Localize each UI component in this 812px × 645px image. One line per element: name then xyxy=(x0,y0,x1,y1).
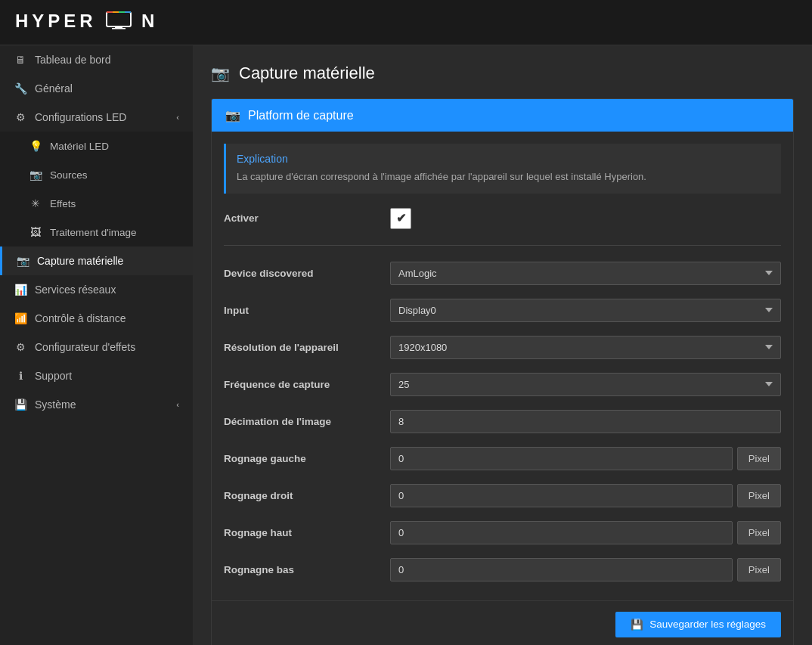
input-select[interactable]: Display0 xyxy=(390,299,781,322)
gear-icon: ⚙ xyxy=(14,111,27,123)
svg-rect-0 xyxy=(107,12,131,26)
sidebar-item-label: Tableau de bord xyxy=(35,54,110,66)
sidebar: 🖥 Tableau de bord 🔧 Général ⚙ Configurat… xyxy=(0,45,193,645)
page-title-icon: 📷 xyxy=(211,64,230,82)
logo-monitor-icon xyxy=(106,11,132,34)
crop-right-input[interactable] xyxy=(390,484,733,507)
sidebar-item-label: Traitement d'image xyxy=(50,227,137,238)
sidebar-item-led-hardware[interactable]: 💡 Matériel LED xyxy=(0,132,193,160)
bulb-icon: 💡 xyxy=(29,140,42,152)
label-activer: Activer xyxy=(224,212,390,224)
config-icon: ⚙ xyxy=(14,341,27,353)
chevron-icon: ‹ xyxy=(176,113,179,122)
explanation-title: Explication xyxy=(237,153,770,165)
sidebar-item-label: Sources xyxy=(50,169,88,181)
wifi-icon: 📶 xyxy=(14,312,27,324)
svg-rect-2 xyxy=(112,28,126,29)
form-section: Activer ✔ Device discovered AmLogic Inpu… xyxy=(212,194,793,600)
capture-card: 📷 Platform de capture Explication La cap… xyxy=(211,98,794,645)
device-discovered-select[interactable]: AmLogic xyxy=(390,262,781,285)
sparkle-icon: ✳ xyxy=(29,197,42,209)
sidebar-item-label: Configurations LED xyxy=(35,111,126,123)
crop-left-input[interactable] xyxy=(390,447,733,470)
crop-bottom-unit: Pixel xyxy=(737,558,781,581)
save-icon: 💾 xyxy=(631,619,643,631)
card-header: 📷 Platform de capture xyxy=(212,99,793,132)
form-row-crop-top: Rognage haut Pixel xyxy=(224,514,781,551)
crop-left-unit: Pixel xyxy=(737,447,781,470)
info-icon: ℹ xyxy=(14,370,27,382)
system-chevron-icon: ‹ xyxy=(176,400,179,409)
resolution-select[interactable]: 1920x1080 xyxy=(390,336,781,359)
sidebar-item-label: Matériel LED xyxy=(50,141,109,152)
sidebar-item-label: Effets xyxy=(50,198,76,209)
image-icon: 🖼 xyxy=(29,226,42,238)
card-header-title: Platform de capture xyxy=(248,109,354,122)
form-row-crop-left: Rognage gauche Pixel xyxy=(224,440,781,477)
sidebar-item-network-services[interactable]: 📊 Services réseaux xyxy=(0,275,193,304)
sidebar-item-label: Contrôle à distance xyxy=(35,312,126,324)
sidebar-item-effects[interactable]: ✳ Effets xyxy=(0,189,193,218)
save-label: Sauvegarder les réglages xyxy=(649,619,766,630)
label-decimation: Décimation de l'image xyxy=(224,416,390,427)
sidebar-item-effects-configurator[interactable]: ⚙ Configurateur d'effets xyxy=(0,333,193,361)
sidebar-item-system[interactable]: 💾 Système ‹ xyxy=(0,390,193,419)
capture-icon: 📷 xyxy=(16,255,29,267)
crop-right-group: Pixel xyxy=(390,484,781,507)
form-row-crop-right: Rognage droit Pixel xyxy=(224,477,781,514)
sidebar-item-image-processing[interactable]: 🖼 Traitement d'image xyxy=(0,218,193,247)
card-footer: 💾 Sauvegarder les réglages xyxy=(212,600,793,646)
label-crop-bottom: Rognagne bas xyxy=(224,564,390,575)
label-input: Input xyxy=(224,305,390,316)
system-icon: 💾 xyxy=(14,398,27,411)
label-crop-top: Rognage haut xyxy=(224,527,390,538)
label-crop-left: Rognage gauche xyxy=(224,453,390,464)
sidebar-item-dashboard[interactable]: 🖥 Tableau de bord xyxy=(0,45,193,74)
form-row-crop-bottom: Rognagne bas Pixel xyxy=(224,551,781,588)
sidebar-submenu-led: 💡 Matériel LED 📷 Sources ✳ Effets 🖼 Trai… xyxy=(0,132,193,247)
sidebar-item-label: Services réseaux xyxy=(35,284,116,296)
card-header-icon: 📷 xyxy=(225,108,240,122)
form-row-freq: Fréquence de capture 25 xyxy=(224,366,781,403)
checkmark-icon: ✔ xyxy=(396,211,406,225)
layout: 🖥 Tableau de bord 🔧 Général ⚙ Configurat… xyxy=(0,45,812,645)
sidebar-item-led-configs[interactable]: ⚙ Configurations LED ‹ xyxy=(0,103,193,132)
dashboard-icon: 🖥 xyxy=(14,54,27,66)
label-device: Device discovered xyxy=(224,268,390,279)
form-row-activer: Activer ✔ xyxy=(224,201,781,236)
sidebar-item-label: Capture matérielle xyxy=(37,255,123,267)
sidebar-item-remote-control[interactable]: 📶 Contrôle à distance xyxy=(0,304,193,333)
label-resolution: Résolution de l'appareil xyxy=(224,342,390,353)
sidebar-item-sources[interactable]: 📷 Sources xyxy=(0,160,193,189)
divider xyxy=(224,245,781,246)
sidebar-item-hardware-capture[interactable]: 📷 Capture matérielle xyxy=(0,247,193,275)
sidebar-item-support[interactable]: ℹ Support xyxy=(0,361,193,390)
camera-icon: 📷 xyxy=(29,169,42,181)
logo: HYPER N xyxy=(15,11,158,34)
sidebar-item-label: Général xyxy=(35,82,73,95)
svg-rect-1 xyxy=(115,26,122,28)
sidebar-item-label: Support xyxy=(35,370,72,382)
card-body: Explication La capture d'écran correspon… xyxy=(212,144,793,600)
label-crop-right: Rognage droit xyxy=(224,490,390,501)
crop-bottom-group: Pixel xyxy=(390,558,781,581)
network-icon: 📊 xyxy=(14,284,27,296)
form-row-input: Input Display0 xyxy=(224,292,781,329)
form-row-device: Device discovered AmLogic xyxy=(224,255,781,292)
crop-bottom-input[interactable] xyxy=(390,558,733,581)
decimation-input[interactable] xyxy=(390,410,781,433)
crop-top-unit: Pixel xyxy=(737,521,781,544)
crop-top-group: Pixel xyxy=(390,521,781,544)
sidebar-item-general[interactable]: 🔧 Général xyxy=(0,74,193,103)
page-title: 📷 Capture matérielle xyxy=(211,64,794,83)
explanation-box: Explication La capture d'écran correspon… xyxy=(224,144,781,194)
crop-top-input[interactable] xyxy=(390,521,733,544)
main-content: 📷 Capture matérielle 📷 Platform de captu… xyxy=(193,45,812,645)
label-freq: Fréquence de capture xyxy=(224,379,390,390)
sidebar-item-label: Système xyxy=(35,398,76,411)
activer-checkbox[interactable]: ✔ xyxy=(390,208,411,229)
freq-select[interactable]: 25 xyxy=(390,373,781,396)
save-button[interactable]: 💾 Sauvegarder les réglages xyxy=(615,612,781,637)
explanation-text: La capture d'écran correspond à l'image … xyxy=(237,169,770,185)
crop-left-group: Pixel xyxy=(390,447,781,470)
